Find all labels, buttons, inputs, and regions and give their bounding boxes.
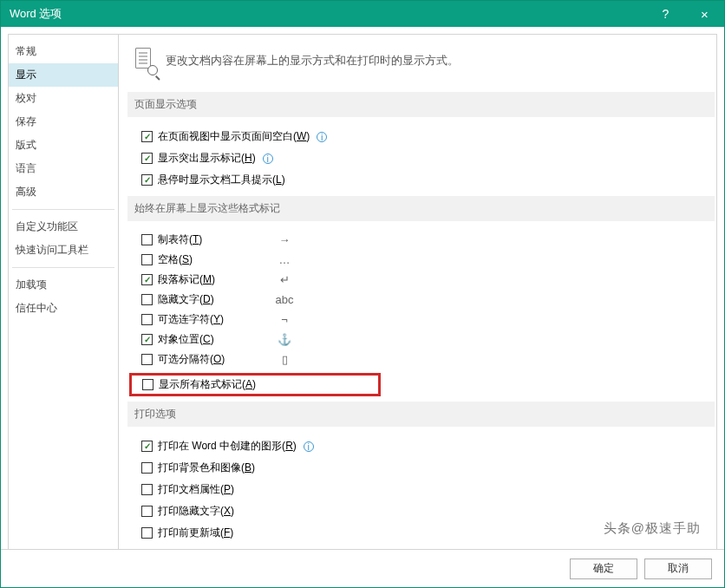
option-label: 制表符(T) <box>158 232 262 247</box>
display-settings-icon <box>133 47 157 75</box>
option-label: 打印前更新域(F) <box>158 526 233 540</box>
option-label: 对象位置(C) <box>158 332 262 347</box>
show-all-formatting-highlight: 显示所有格式标记(A) <box>129 373 381 396</box>
option-row: 显示突出显示标记(H)i <box>127 147 715 169</box>
checkbox[interactable] <box>141 462 153 474</box>
checkbox[interactable] <box>141 294 153 305</box>
formatting-mark-row: 对象位置(C)⚓ <box>127 330 715 350</box>
option-label: 打印背景色和图像(B) <box>158 461 255 475</box>
option-row: 打印在 Word 中创建的图形(R)i <box>127 435 715 457</box>
option-label: 打印在 Word 中创建的图形(R) <box>158 439 297 454</box>
dialog-footer: 确定 取消 <box>1 549 724 587</box>
ok-button[interactable]: 确定 <box>570 559 637 579</box>
content-scroll[interactable]: 更改文档内容在屏幕上的显示方式和在打印时的显示方式。 页面显示选项 在页面视图中… <box>119 35 716 549</box>
option-row: 在页面视图中显示页面间空白(W)i <box>127 126 715 147</box>
checkbox[interactable] <box>141 153 153 164</box>
checkbox[interactable] <box>141 527 153 539</box>
checkbox[interactable] <box>141 174 153 186</box>
checkbox[interactable] <box>141 131 153 142</box>
formatting-mark-row: 制表符(T)→ <box>127 230 715 250</box>
help-button[interactable]: ? <box>646 1 685 27</box>
sidebar-item[interactable]: 保存 <box>9 110 118 134</box>
checkbox[interactable] <box>141 254 153 265</box>
header-text: 更改文档内容在屏幕上的显示方式和在打印时的显示方式。 <box>166 53 459 69</box>
sidebar-item[interactable]: 快速访问工具栏 <box>9 238 118 262</box>
window-title: Word 选项 <box>10 6 646 22</box>
sidebar-item[interactable]: 校对 <box>9 87 118 110</box>
dialog-window: Word 选项 ? × 常规显示校对保存版式语言高级自定义功能区快速访问工具栏加… <box>0 0 725 588</box>
option-label: 打印隐藏文字(X) <box>158 504 234 519</box>
checkbox[interactable] <box>141 274 153 285</box>
formatting-mark-row: 可选分隔符(O)▯ <box>127 350 715 369</box>
option-label: 在页面视图中显示页面间空白(W) <box>158 129 310 144</box>
sidebar-item[interactable]: 常规 <box>9 40 118 63</box>
page-header: 更改文档内容在屏幕上的显示方式和在打印时的显示方式。 <box>127 43 715 87</box>
option-label: 显示突出显示标记(H) <box>158 151 256 166</box>
checkbox[interactable] <box>141 334 153 345</box>
option-row: 打印前更新域(F) <box>127 522 715 544</box>
formatting-mark-row: 隐藏文字(D)abc <box>127 290 715 310</box>
sidebar: 常规显示校对保存版式语言高级自定义功能区快速访问工具栏加载项信任中心 <box>8 34 119 549</box>
format-glyph-icon: ↵ <box>267 273 302 286</box>
format-glyph-icon: ▯ <box>267 353 302 366</box>
sidebar-item[interactable]: 加载项 <box>9 273 118 297</box>
section-formatting-marks: 始终在屏幕上显示这些格式标记 <box>127 196 715 221</box>
dialog-body: 常规显示校对保存版式语言高级自定义功能区快速访问工具栏加载项信任中心 更改文档内… <box>1 27 724 549</box>
sidebar-separator <box>12 209 114 210</box>
checkbox[interactable] <box>141 314 153 325</box>
section-page-display: 页面显示选项 <box>127 92 715 117</box>
option-label: 空格(S) <box>158 252 262 267</box>
info-icon[interactable]: i <box>263 154 273 164</box>
option-label: 隐藏文字(D) <box>158 292 262 307</box>
cancel-button[interactable]: 取消 <box>644 559 712 579</box>
option-label: 可选连字符(Y) <box>158 312 262 327</box>
option-label: 悬停时显示文档工具提示(L) <box>158 173 285 187</box>
formatting-mark-row: 可选连字符(Y)¬ <box>127 310 715 330</box>
checkbox[interactable] <box>141 441 153 452</box>
sidebar-item[interactable]: 信任中心 <box>9 297 118 320</box>
option-label: 可选分隔符(O) <box>158 352 262 367</box>
close-button[interactable]: × <box>685 1 724 27</box>
option-row: 打印背景色和图像(B) <box>127 457 715 479</box>
format-glyph-icon: abc <box>267 293 302 306</box>
show-all-formatting-label: 显示所有格式标记(A) <box>159 377 256 392</box>
formatting-mark-row: 段落标记(M)↵ <box>127 270 715 290</box>
checkbox[interactable] <box>141 506 153 517</box>
content-pane: 更改文档内容在屏幕上的显示方式和在打印时的显示方式。 页面显示选项 在页面视图中… <box>119 34 717 549</box>
option-row: 悬停时显示文档工具提示(L) <box>127 169 715 191</box>
checkbox[interactable] <box>141 234 153 245</box>
option-row: 打印隐藏文字(X) <box>127 500 715 522</box>
info-icon[interactable]: i <box>317 132 327 142</box>
sidebar-item[interactable]: 版式 <box>9 134 118 157</box>
sidebar-item[interactable]: 语言 <box>9 157 118 180</box>
format-glyph-icon: … <box>267 253 302 266</box>
formatting-mark-row: 空格(S)… <box>127 250 715 270</box>
option-row: 打印文档属性(P) <box>127 479 715 500</box>
format-glyph-icon: ⚓ <box>267 333 302 346</box>
sidebar-separator <box>12 267 114 268</box>
format-glyph-icon: ¬ <box>267 313 302 326</box>
checkbox[interactable] <box>141 484 153 495</box>
option-label: 打印文档属性(P) <box>158 482 234 497</box>
sidebar-item[interactable]: 高级 <box>9 180 118 204</box>
checkbox[interactable] <box>141 354 153 365</box>
checkbox-show-all-formatting[interactable] <box>142 379 153 390</box>
format-glyph-icon: → <box>267 233 302 246</box>
title-bar: Word 选项 ? × <box>1 1 724 27</box>
section-print-options: 打印选项 <box>127 402 715 427</box>
option-label: 段落标记(M) <box>158 272 262 287</box>
sidebar-item[interactable]: 显示 <box>9 63 118 87</box>
info-icon[interactable]: i <box>304 441 314 452</box>
sidebar-item[interactable]: 自定义功能区 <box>9 215 118 238</box>
